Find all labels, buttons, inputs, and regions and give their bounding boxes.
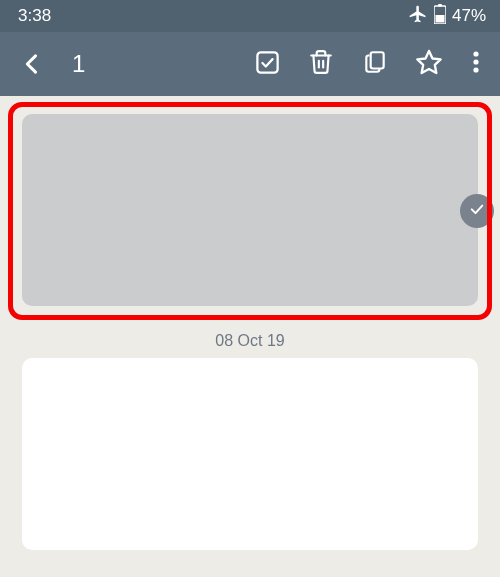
copy-button[interactable] (350, 40, 400, 88)
svg-rect-3 (257, 52, 277, 72)
more-vert-icon (472, 50, 480, 78)
check-icon (468, 200, 486, 222)
svg-point-10 (473, 67, 478, 72)
status-bar: 3:38 47% (0, 0, 500, 32)
select-all-button[interactable] (242, 40, 292, 88)
check-square-icon (254, 49, 281, 80)
airplane-mode-icon (408, 4, 428, 29)
note-card[interactable] (22, 358, 478, 550)
svg-rect-2 (435, 15, 444, 23)
notes-list: 08 Oct 19 (0, 96, 500, 577)
svg-point-8 (473, 51, 478, 56)
date-separator: 08 Oct 19 (0, 332, 500, 350)
svg-rect-1 (438, 4, 442, 7)
delete-button[interactable] (296, 40, 346, 88)
selection-count: 1 (72, 50, 85, 78)
app-bar: 1 (0, 32, 500, 96)
svg-rect-6 (371, 52, 384, 68)
trash-icon (308, 48, 334, 80)
star-icon (415, 48, 443, 80)
battery-percent: 47% (452, 6, 486, 26)
back-button[interactable] (8, 40, 56, 88)
battery-icon (434, 4, 446, 29)
selection-check-badge (460, 194, 494, 228)
copy-icon (362, 48, 388, 80)
status-right: 47% (408, 4, 486, 29)
svg-marker-7 (417, 51, 440, 73)
favorite-button[interactable] (404, 40, 454, 88)
svg-point-9 (473, 59, 478, 64)
more-options-button[interactable] (460, 40, 492, 88)
note-card-selected[interactable] (22, 114, 478, 306)
status-time: 3:38 (18, 6, 51, 26)
